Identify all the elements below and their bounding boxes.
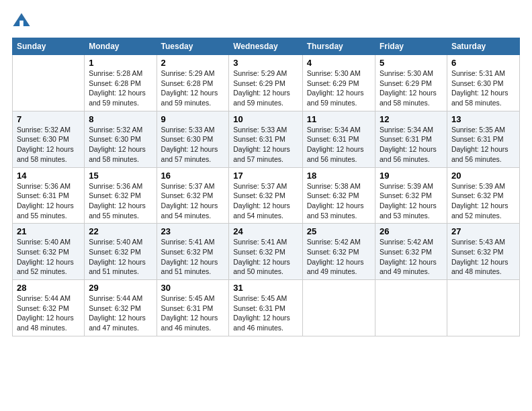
calendar-cell: 16Sunrise: 5:37 AM Sunset: 6:32 PM Dayli…	[157, 167, 229, 224]
calendar-cell: 25Sunrise: 5:42 AM Sunset: 6:32 PM Dayli…	[302, 224, 375, 280]
calendar-cell: 7Sunrise: 5:32 AM Sunset: 6:30 PM Daylig…	[13, 111, 85, 167]
header	[12, 12, 520, 31]
day-info: Sunrise: 5:28 AM Sunset: 6:28 PM Dayligh…	[89, 68, 152, 108]
col-header-wednesday: Wednesday	[229, 38, 303, 55]
calendar-cell: 21Sunrise: 5:40 AM Sunset: 6:32 PM Dayli…	[13, 224, 85, 280]
calendar-cell: 5Sunrise: 5:30 AM Sunset: 6:29 PM Daylig…	[375, 55, 447, 111]
calendar-cell: 28Sunrise: 5:44 AM Sunset: 6:32 PM Dayli…	[13, 280, 85, 336]
day-number: 31	[233, 283, 298, 293]
calendar-cell: 31Sunrise: 5:45 AM Sunset: 6:31 PM Dayli…	[229, 280, 303, 336]
day-number: 12	[380, 114, 443, 124]
calendar-cell: 27Sunrise: 5:43 AM Sunset: 6:32 PM Dayli…	[447, 224, 519, 280]
day-number: 18	[307, 171, 371, 181]
calendar-cell: 14Sunrise: 5:36 AM Sunset: 6:31 PM Dayli…	[13, 167, 85, 224]
day-number: 25	[307, 226, 371, 236]
day-number: 16	[161, 171, 225, 181]
day-info: Sunrise: 5:39 AM Sunset: 6:32 PM Dayligh…	[380, 181, 443, 221]
header-row: SundayMondayTuesdayWednesdayThursdayFrid…	[13, 38, 520, 55]
calendar-cell: 6Sunrise: 5:31 AM Sunset: 6:30 PM Daylig…	[447, 55, 519, 111]
day-number: 20	[451, 171, 515, 181]
calendar-table: SundayMondayTuesdayWednesdayThursdayFrid…	[12, 38, 520, 336]
day-info: Sunrise: 5:29 AM Sunset: 6:28 PM Dayligh…	[161, 68, 225, 108]
day-info: Sunrise: 5:44 AM Sunset: 6:32 PM Dayligh…	[89, 293, 152, 333]
col-header-thursday: Thursday	[302, 38, 375, 55]
day-number: 23	[161, 226, 225, 236]
day-number: 7	[17, 114, 80, 124]
calendar-cell: 2Sunrise: 5:29 AM Sunset: 6:28 PM Daylig…	[157, 55, 229, 111]
calendar-cell: 24Sunrise: 5:41 AM Sunset: 6:32 PM Dayli…	[229, 224, 303, 280]
day-number: 24	[233, 226, 298, 236]
day-number: 8	[89, 114, 152, 124]
day-info: Sunrise: 5:30 AM Sunset: 6:29 PM Dayligh…	[307, 68, 371, 108]
col-header-tuesday: Tuesday	[157, 38, 229, 55]
day-info: Sunrise: 5:40 AM Sunset: 6:32 PM Dayligh…	[17, 237, 80, 277]
calendar-cell: 19Sunrise: 5:39 AM Sunset: 6:32 PM Dayli…	[375, 167, 447, 224]
day-info: Sunrise: 5:34 AM Sunset: 6:31 PM Dayligh…	[307, 125, 371, 165]
week-row-1: 1Sunrise: 5:28 AM Sunset: 6:28 PM Daylig…	[13, 55, 520, 111]
day-number: 6	[451, 58, 515, 68]
day-info: Sunrise: 5:38 AM Sunset: 6:32 PM Dayligh…	[307, 181, 371, 221]
day-info: Sunrise: 5:37 AM Sunset: 6:32 PM Dayligh…	[233, 181, 298, 221]
day-number: 9	[161, 114, 225, 124]
day-number: 1	[89, 58, 152, 68]
calendar-cell: 20Sunrise: 5:39 AM Sunset: 6:32 PM Dayli…	[447, 167, 519, 224]
day-info: Sunrise: 5:42 AM Sunset: 6:32 PM Dayligh…	[380, 237, 443, 277]
calendar-cell: 1Sunrise: 5:28 AM Sunset: 6:28 PM Daylig…	[85, 55, 157, 111]
day-number: 21	[17, 226, 80, 236]
week-row-2: 7Sunrise: 5:32 AM Sunset: 6:30 PM Daylig…	[13, 111, 520, 167]
day-number: 5	[380, 58, 443, 68]
day-number: 4	[307, 58, 371, 68]
logo-icon	[12, 12, 31, 31]
calendar-cell: 10Sunrise: 5:33 AM Sunset: 6:31 PM Dayli…	[229, 111, 303, 167]
day-number: 26	[380, 226, 443, 236]
day-number: 19	[380, 171, 443, 181]
col-header-sunday: Sunday	[13, 38, 85, 55]
day-info: Sunrise: 5:37 AM Sunset: 6:32 PM Dayligh…	[161, 181, 225, 221]
col-header-monday: Monday	[85, 38, 157, 55]
day-info: Sunrise: 5:29 AM Sunset: 6:29 PM Dayligh…	[233, 68, 298, 108]
col-header-friday: Friday	[375, 38, 447, 55]
day-number: 11	[307, 114, 371, 124]
calendar-cell: 11Sunrise: 5:34 AM Sunset: 6:31 PM Dayli…	[302, 111, 375, 167]
day-info: Sunrise: 5:35 AM Sunset: 6:31 PM Dayligh…	[451, 125, 515, 165]
day-info: Sunrise: 5:44 AM Sunset: 6:32 PM Dayligh…	[17, 293, 80, 333]
week-row-4: 21Sunrise: 5:40 AM Sunset: 6:32 PM Dayli…	[13, 224, 520, 280]
calendar-cell: 12Sunrise: 5:34 AM Sunset: 6:31 PM Dayli…	[375, 111, 447, 167]
day-info: Sunrise: 5:43 AM Sunset: 6:32 PM Dayligh…	[451, 237, 515, 277]
calendar-cell: 4Sunrise: 5:30 AM Sunset: 6:29 PM Daylig…	[302, 55, 375, 111]
day-info: Sunrise: 5:39 AM Sunset: 6:32 PM Dayligh…	[451, 181, 515, 221]
day-info: Sunrise: 5:41 AM Sunset: 6:32 PM Dayligh…	[233, 237, 298, 277]
calendar-cell: 18Sunrise: 5:38 AM Sunset: 6:32 PM Dayli…	[302, 167, 375, 224]
day-info: Sunrise: 5:33 AM Sunset: 6:30 PM Dayligh…	[161, 125, 225, 165]
calendar-cell: 8Sunrise: 5:32 AM Sunset: 6:30 PM Daylig…	[85, 111, 157, 167]
day-number: 28	[17, 283, 80, 293]
day-number: 2	[161, 58, 225, 68]
day-info: Sunrise: 5:45 AM Sunset: 6:31 PM Dayligh…	[161, 293, 225, 333]
calendar-cell	[447, 280, 519, 336]
calendar-cell: 23Sunrise: 5:41 AM Sunset: 6:32 PM Dayli…	[157, 224, 229, 280]
logo	[12, 12, 34, 31]
col-header-saturday: Saturday	[447, 38, 519, 55]
day-info: Sunrise: 5:36 AM Sunset: 6:31 PM Dayligh…	[17, 181, 80, 221]
calendar-cell: 22Sunrise: 5:40 AM Sunset: 6:32 PM Dayli…	[85, 224, 157, 280]
day-number: 27	[451, 226, 515, 236]
day-number: 17	[233, 171, 298, 181]
day-number: 14	[17, 171, 80, 181]
day-number: 10	[233, 114, 298, 124]
day-info: Sunrise: 5:30 AM Sunset: 6:29 PM Dayligh…	[380, 68, 443, 108]
day-info: Sunrise: 5:42 AM Sunset: 6:32 PM Dayligh…	[307, 237, 371, 277]
day-info: Sunrise: 5:34 AM Sunset: 6:31 PM Dayligh…	[380, 125, 443, 165]
day-info: Sunrise: 5:31 AM Sunset: 6:30 PM Dayligh…	[451, 68, 515, 108]
calendar-cell: 30Sunrise: 5:45 AM Sunset: 6:31 PM Dayli…	[157, 280, 229, 336]
day-info: Sunrise: 5:41 AM Sunset: 6:32 PM Dayligh…	[161, 237, 225, 277]
week-row-3: 14Sunrise: 5:36 AM Sunset: 6:31 PM Dayli…	[13, 167, 520, 224]
calendar-cell: 13Sunrise: 5:35 AM Sunset: 6:31 PM Dayli…	[447, 111, 519, 167]
day-number: 22	[89, 226, 152, 236]
day-info: Sunrise: 5:32 AM Sunset: 6:30 PM Dayligh…	[17, 125, 80, 165]
day-info: Sunrise: 5:36 AM Sunset: 6:32 PM Dayligh…	[89, 181, 152, 221]
day-info: Sunrise: 5:45 AM Sunset: 6:31 PM Dayligh…	[233, 293, 298, 333]
calendar-cell: 17Sunrise: 5:37 AM Sunset: 6:32 PM Dayli…	[229, 167, 303, 224]
day-number: 13	[451, 114, 515, 124]
page: SundayMondayTuesdayWednesdayThursdayFrid…	[0, 0, 532, 343]
week-row-5: 28Sunrise: 5:44 AM Sunset: 6:32 PM Dayli…	[13, 280, 520, 336]
